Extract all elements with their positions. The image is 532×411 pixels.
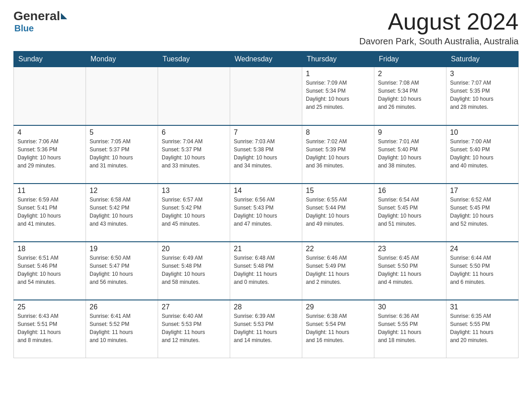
calendar-cell: 8Sunrise: 7:02 AMSunset: 5:39 PMDaylight… <box>302 125 374 184</box>
day-number: 27 <box>162 303 226 311</box>
day-number: 21 <box>234 245 298 253</box>
day-info: Sunrise: 6:59 AMSunset: 5:41 PMDaylight:… <box>17 196 82 228</box>
calendar-cell: 23Sunrise: 6:45 AMSunset: 5:50 PMDayligh… <box>374 242 446 300</box>
day-number: 13 <box>162 187 226 195</box>
day-info: Sunrise: 6:52 AMSunset: 5:45 PMDaylight:… <box>450 196 515 228</box>
calendar-cell: 25Sunrise: 6:43 AMSunset: 5:51 PMDayligh… <box>14 300 86 358</box>
calendar-week-row: 25Sunrise: 6:43 AMSunset: 5:51 PMDayligh… <box>14 300 519 358</box>
header-tuesday: Tuesday <box>158 51 230 67</box>
header-friday: Friday <box>374 51 446 67</box>
calendar-cell: 1Sunrise: 7:09 AMSunset: 5:34 PMDaylight… <box>302 67 374 125</box>
calendar-cell: 5Sunrise: 7:05 AMSunset: 5:37 PMDaylight… <box>86 125 158 184</box>
calendar-cell: 19Sunrise: 6:50 AMSunset: 5:47 PMDayligh… <box>86 242 158 300</box>
calendar-cell: 20Sunrise: 6:49 AMSunset: 5:48 PMDayligh… <box>158 242 230 300</box>
day-info: Sunrise: 6:39 AMSunset: 5:53 PMDaylight:… <box>234 312 298 344</box>
header-saturday: Saturday <box>446 51 519 67</box>
day-number: 22 <box>306 245 370 253</box>
day-info: Sunrise: 7:08 AMSunset: 5:34 PMDaylight:… <box>378 79 442 111</box>
day-info: Sunrise: 6:43 AMSunset: 5:51 PMDaylight:… <box>17 312 82 344</box>
day-info: Sunrise: 6:38 AMSunset: 5:54 PMDaylight:… <box>306 312 370 344</box>
day-number: 24 <box>450 245 515 253</box>
day-number: 5 <box>90 128 154 137</box>
calendar-cell: 10Sunrise: 7:00 AMSunset: 5:40 PMDayligh… <box>446 125 519 184</box>
calendar-cell: 15Sunrise: 6:55 AMSunset: 5:44 PMDayligh… <box>302 184 374 242</box>
day-number: 8 <box>306 128 370 137</box>
day-info: Sunrise: 6:51 AMSunset: 5:46 PMDaylight:… <box>17 254 82 286</box>
calendar-cell: 22Sunrise: 6:46 AMSunset: 5:49 PMDayligh… <box>302 242 374 300</box>
day-info: Sunrise: 7:02 AMSunset: 5:39 PMDaylight:… <box>306 137 370 170</box>
calendar-cell <box>230 67 302 125</box>
calendar-cell: 6Sunrise: 7:04 AMSunset: 5:37 PMDaylight… <box>158 125 230 184</box>
calendar-cell: 16Sunrise: 6:54 AMSunset: 5:45 PMDayligh… <box>374 184 446 242</box>
day-number: 12 <box>90 187 154 195</box>
logo-blue: Blue <box>14 23 34 34</box>
day-number: 30 <box>378 303 442 311</box>
day-info: Sunrise: 7:09 AMSunset: 5:34 PMDaylight:… <box>306 79 370 111</box>
day-info: Sunrise: 6:40 AMSunset: 5:53 PMDaylight:… <box>162 312 226 344</box>
day-info: Sunrise: 6:54 AMSunset: 5:45 PMDaylight:… <box>378 196 442 228</box>
day-number: 10 <box>450 128 515 137</box>
day-info: Sunrise: 6:35 AMSunset: 5:55 PMDaylight:… <box>450 312 515 344</box>
day-number: 1 <box>306 70 370 78</box>
day-info: Sunrise: 7:03 AMSunset: 5:38 PMDaylight:… <box>234 137 298 170</box>
calendar-cell: 14Sunrise: 6:56 AMSunset: 5:43 PMDayligh… <box>230 184 302 242</box>
day-number: 25 <box>17 303 82 311</box>
calendar-cell: 17Sunrise: 6:52 AMSunset: 5:45 PMDayligh… <box>446 184 519 242</box>
day-info: Sunrise: 6:49 AMSunset: 5:48 PMDaylight:… <box>162 254 226 286</box>
day-number: 23 <box>378 245 442 253</box>
day-info: Sunrise: 6:36 AMSunset: 5:55 PMDaylight:… <box>378 312 442 344</box>
location: Davoren Park, South Australia, Australia <box>359 36 519 47</box>
day-number: 3 <box>450 70 515 78</box>
calendar-cell: 9Sunrise: 7:01 AMSunset: 5:40 PMDaylight… <box>374 125 446 184</box>
calendar-cell: 26Sunrise: 6:41 AMSunset: 5:52 PMDayligh… <box>86 300 158 358</box>
day-info: Sunrise: 7:04 AMSunset: 5:37 PMDaylight:… <box>162 137 226 170</box>
calendar-cell: 29Sunrise: 6:38 AMSunset: 5:54 PMDayligh… <box>302 300 374 358</box>
calendar-cell: 7Sunrise: 7:03 AMSunset: 5:38 PMDaylight… <box>230 125 302 184</box>
day-info: Sunrise: 7:00 AMSunset: 5:40 PMDaylight:… <box>450 137 515 170</box>
month-title: August 2024 <box>359 9 519 34</box>
header-monday: Monday <box>86 51 158 67</box>
day-number: 16 <box>378 187 442 195</box>
day-number: 2 <box>378 70 442 78</box>
day-number: 26 <box>90 303 154 311</box>
day-info: Sunrise: 7:05 AMSunset: 5:37 PMDaylight:… <box>90 137 154 170</box>
day-info: Sunrise: 7:01 AMSunset: 5:40 PMDaylight:… <box>378 137 442 170</box>
header: General Blue August 2024 Davoren Park, S… <box>13 9 519 47</box>
header-sunday: Sunday <box>14 51 86 67</box>
day-info: Sunrise: 7:06 AMSunset: 5:36 PMDaylight:… <box>17 137 82 170</box>
calendar-cell: 24Sunrise: 6:44 AMSunset: 5:50 PMDayligh… <box>446 242 519 300</box>
logo-general: General <box>13 9 60 23</box>
day-number: 31 <box>450 303 515 311</box>
day-number: 7 <box>234 128 298 137</box>
day-number: 17 <box>450 187 515 195</box>
day-number: 11 <box>17 187 82 195</box>
calendar-week-row: 18Sunrise: 6:51 AMSunset: 5:46 PMDayligh… <box>14 242 519 300</box>
calendar-header-row: SundayMondayTuesdayWednesdayThursdayFrid… <box>14 51 519 67</box>
calendar-cell: 2Sunrise: 7:08 AMSunset: 5:34 PMDaylight… <box>374 67 446 125</box>
calendar-cell: 28Sunrise: 6:39 AMSunset: 5:53 PMDayligh… <box>230 300 302 358</box>
day-number: 15 <box>306 187 370 195</box>
day-info: Sunrise: 6:57 AMSunset: 5:42 PMDaylight:… <box>162 196 226 228</box>
day-info: Sunrise: 6:56 AMSunset: 5:43 PMDaylight:… <box>234 196 298 228</box>
day-info: Sunrise: 6:46 AMSunset: 5:49 PMDaylight:… <box>306 254 370 286</box>
day-number: 14 <box>234 187 298 195</box>
day-number: 4 <box>17 128 82 137</box>
day-info: Sunrise: 7:07 AMSunset: 5:35 PMDaylight:… <box>450 79 515 111</box>
calendar-cell: 31Sunrise: 6:35 AMSunset: 5:55 PMDayligh… <box>446 300 519 358</box>
calendar-cell: 21Sunrise: 6:48 AMSunset: 5:48 PMDayligh… <box>230 242 302 300</box>
day-info: Sunrise: 6:48 AMSunset: 5:48 PMDaylight:… <box>234 254 298 286</box>
calendar-cell: 3Sunrise: 7:07 AMSunset: 5:35 PMDaylight… <box>446 67 519 125</box>
calendar-cell: 11Sunrise: 6:59 AMSunset: 5:41 PMDayligh… <box>14 184 86 242</box>
calendar-cell <box>158 67 230 125</box>
logo: General Blue <box>13 9 67 34</box>
day-info: Sunrise: 6:50 AMSunset: 5:47 PMDaylight:… <box>90 254 154 286</box>
day-number: 20 <box>162 245 226 253</box>
calendar-cell <box>14 67 86 125</box>
day-number: 6 <box>162 128 226 137</box>
calendar-cell: 4Sunrise: 7:06 AMSunset: 5:36 PMDaylight… <box>14 125 86 184</box>
header-thursday: Thursday <box>302 51 374 67</box>
day-number: 28 <box>234 303 298 311</box>
day-number: 29 <box>306 303 370 311</box>
calendar-cell: 30Sunrise: 6:36 AMSunset: 5:55 PMDayligh… <box>374 300 446 358</box>
calendar-table: SundayMondayTuesdayWednesdayThursdayFrid… <box>13 51 519 358</box>
